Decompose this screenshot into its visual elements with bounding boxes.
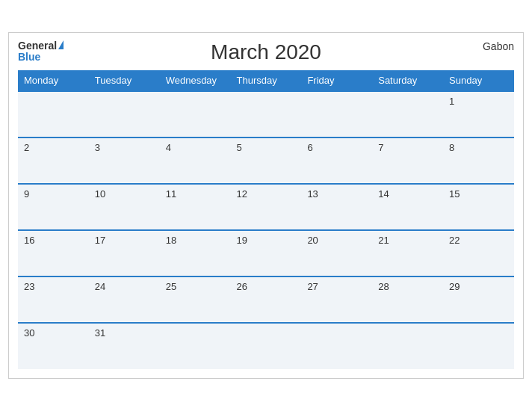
calendar-day: 25 [160, 276, 231, 323]
day-number: 25 [166, 281, 176, 292]
day-number: 10 [95, 188, 105, 200]
day-number: 11 [166, 188, 176, 200]
calendar-day: 10 [89, 184, 160, 230]
day-number: 14 [378, 188, 389, 200]
calendar-day [301, 91, 372, 137]
col-saturday: Saturday [372, 70, 443, 91]
day-number: 20 [307, 235, 318, 246]
day-number: 15 [449, 188, 460, 200]
brand-blue-text: Blue [18, 52, 64, 63]
calendar-table: Monday Tuesday Wednesday Thursday Friday… [18, 70, 514, 369]
col-monday: Monday [18, 70, 89, 91]
col-friday: Friday [301, 70, 372, 91]
day-number: 18 [166, 235, 176, 246]
calendar-header: General Blue March 2020 Gabon [18, 40, 514, 64]
calendar-day: 26 [231, 276, 302, 323]
calendar-day: 20 [301, 230, 372, 276]
calendar-day: 23 [18, 276, 89, 323]
calendar-week-5: 23242526272829 [18, 276, 514, 323]
day-number: 24 [95, 281, 105, 292]
day-number: 28 [378, 281, 389, 292]
calendar-day: 18 [160, 230, 231, 276]
day-number: 13 [307, 188, 318, 200]
day-number: 26 [237, 281, 247, 292]
calendar-day: 31 [89, 323, 160, 369]
day-number: 16 [24, 235, 34, 246]
calendar-day: 12 [231, 184, 302, 230]
calendar-day: 28 [372, 276, 443, 323]
calendar-title: March 2020 [211, 40, 321, 64]
calendar-day: 24 [89, 276, 160, 323]
day-number: 5 [237, 142, 242, 153]
day-number: 6 [307, 142, 312, 153]
calendar-day: 9 [18, 184, 89, 230]
calendar-day [443, 323, 514, 369]
day-number: 21 [378, 235, 389, 246]
calendar-day: 19 [231, 230, 302, 276]
day-number: 17 [95, 235, 105, 246]
day-number: 19 [237, 235, 247, 246]
calendar-day [89, 91, 160, 137]
brand-general-text: General [18, 40, 57, 52]
calendar-day [231, 323, 302, 369]
calendar-week-2: 2345678 [18, 137, 514, 184]
calendar-day: 22 [443, 230, 514, 276]
brand-triangle-icon [58, 40, 64, 49]
day-number: 1 [449, 96, 454, 107]
col-tuesday: Tuesday [89, 70, 160, 91]
calendar-day: 11 [160, 184, 231, 230]
calendar-day: 4 [160, 137, 231, 184]
calendar-day: 7 [372, 137, 443, 184]
col-wednesday: Wednesday [160, 70, 231, 91]
calendar-day: 21 [372, 230, 443, 276]
calendar-day: 5 [231, 137, 302, 184]
day-number: 12 [237, 188, 247, 200]
col-sunday: Sunday [443, 70, 514, 91]
calendar-day: 13 [301, 184, 372, 230]
day-number: 22 [449, 235, 460, 246]
calendar-day: 2 [18, 137, 89, 184]
calendar-week-3: 9101112131415 [18, 184, 514, 230]
calendar-day: 1 [443, 91, 514, 137]
calendar-day: 16 [18, 230, 89, 276]
calendar-week-6: 3031 [18, 323, 514, 369]
calendar-day [372, 91, 443, 137]
calendar-day [18, 91, 89, 137]
calendar-week-4: 16171819202122 [18, 230, 514, 276]
calendar-body: 1234567891011121314151617181920212223242… [18, 91, 514, 369]
calendar-day: 15 [443, 184, 514, 230]
day-number: 30 [24, 327, 34, 339]
calendar-day: 3 [89, 137, 160, 184]
calendar-header-row: Monday Tuesday Wednesday Thursday Friday… [18, 70, 514, 91]
day-number: 29 [449, 281, 460, 292]
day-number: 31 [95, 327, 105, 339]
calendar-week-1: 1 [18, 91, 514, 137]
calendar-day: 29 [443, 276, 514, 323]
day-number: 27 [307, 281, 318, 292]
calendar-day [372, 323, 443, 369]
day-number: 4 [166, 142, 171, 153]
calendar-day: 8 [443, 137, 514, 184]
day-number: 23 [24, 281, 34, 292]
calendar-container: General Blue March 2020 Gabon Monday Tue… [8, 32, 524, 379]
calendar-day: 6 [301, 137, 372, 184]
day-number: 9 [24, 188, 29, 200]
calendar-day: 27 [301, 276, 372, 323]
calendar-day [301, 323, 372, 369]
calendar-day [160, 323, 231, 369]
calendar-day: 14 [372, 184, 443, 230]
col-thursday: Thursday [231, 70, 302, 91]
day-number: 8 [449, 142, 454, 153]
brand-logo: General Blue [18, 40, 64, 64]
calendar-day [231, 91, 302, 137]
country-label: Gabon [483, 40, 514, 52]
calendar-day: 30 [18, 323, 89, 369]
calendar-day: 17 [89, 230, 160, 276]
day-number: 3 [95, 142, 100, 153]
day-number: 2 [24, 142, 29, 153]
day-number: 7 [378, 142, 383, 153]
calendar-day [160, 91, 231, 137]
